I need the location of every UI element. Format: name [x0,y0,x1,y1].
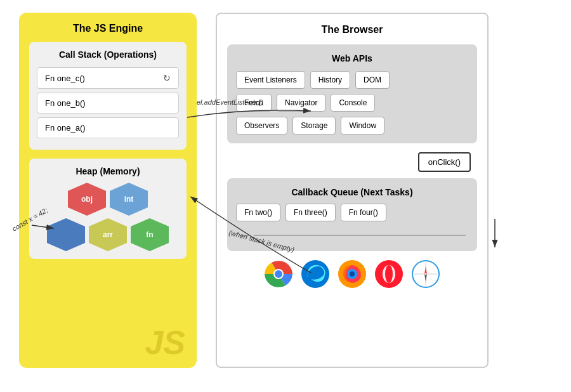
queue-arrow-row: ← [236,228,468,242]
js-watermark: JS [145,323,185,362]
browser-icons-row [227,260,477,288]
queue-fn-three: Fn three() [286,204,336,221]
hex-grid: obj int arr fn [37,183,179,251]
hex-fn: fn [131,218,169,251]
onclick-badge: onClick() [418,152,471,172]
hex-arr: arr [89,218,127,251]
api-window: Window [341,117,384,134]
api-grid: Event Listeners History DOM Fetch Naviga… [236,71,468,134]
js-engine-panel: The JS Engine Call Stack (Operations) Fn… [19,13,197,368]
api-dom: DOM [355,71,390,89]
stack-item-one-b: Fn one_b() [37,93,179,114]
call-stack-box: Call Stack (Operations) Fn one_c() ↻ Fn … [29,42,187,150]
api-history: History [310,71,350,89]
callback-queue-title: Callback Queue (Next Tasks) [236,187,468,197]
stack-label-one-a: Fn one_a() [45,123,86,133]
queue-items: Fn two() Fn three() Fn four() [236,204,468,221]
svg-point-11 [385,265,393,283]
hex-int: int [110,183,148,216]
api-row-2: Fetch Navigator Console [236,94,468,112]
queue-left-arrow-icon: ← [239,228,251,242]
api-console: Console [331,94,375,112]
refresh-icon: ↻ [163,73,171,83]
api-row-1: Event Listeners History DOM [236,71,468,89]
hex-row-1: obj int [68,183,148,216]
api-row-3: Observers Storage Window [236,117,468,134]
api-navigator: Navigator [277,94,325,112]
hex-obj: obj [68,183,106,216]
call-stack-title: Call Stack (Operations) [37,49,179,60]
browser-panel: The Browser Web APIs Event Listeners His… [216,13,489,368]
js-engine-title: The JS Engine [29,23,187,34]
api-observers: Observers [236,117,287,134]
safari-icon [412,260,440,288]
svg-point-3 [275,270,282,278]
api-storage: Storage [292,117,336,134]
browser-title: The Browser [227,24,477,36]
queue-fn-four: Fn four() [341,204,386,221]
api-fetch: Fetch [236,94,272,112]
onclick-area: onClick() [227,152,471,172]
heap-box: Heap (Memory) obj int arr fn [29,159,187,259]
web-apis-box: Web APIs Event Listeners History DOM Fet… [227,44,477,143]
opera-icon [375,260,403,288]
stack-item-one-c: Fn one_c() ↻ [37,67,179,89]
firefox-icon [338,260,366,288]
stack-label-one-c: Fn one_c() [45,74,85,83]
api-event-listeners: Event Listeners [236,71,305,89]
callback-queue-box: Callback Queue (Next Tasks) Fn two() Fn … [227,178,477,251]
diagram-container: The JS Engine Call Stack (Operations) Fn… [0,0,571,392]
web-apis-title: Web APIs [236,53,468,63]
heap-title: Heap (Memory) [37,166,179,176]
chrome-icon [265,260,292,288]
hex-blue [47,218,85,251]
stack-item-one-a: Fn one_a() [37,117,179,138]
edge-icon [301,260,329,288]
svg-point-8 [350,271,355,277]
stack-label-one-b: Fn one_b() [45,98,86,108]
hex-row-2: arr fn [47,218,169,251]
queue-fn-two: Fn two() [236,204,280,221]
